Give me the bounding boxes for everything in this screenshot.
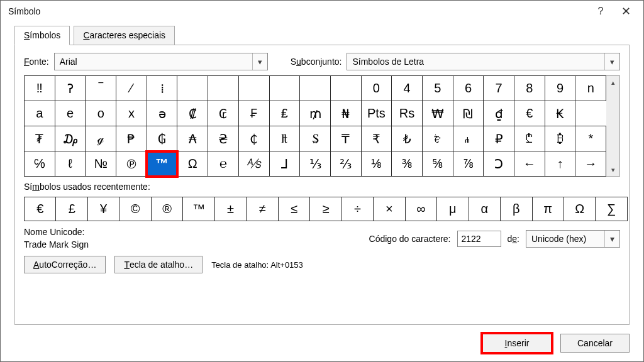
symbol-cell[interactable]: ₽ xyxy=(484,126,514,151)
insert-button[interactable]: Inserir xyxy=(482,334,552,353)
recent-symbol-cell[interactable]: β xyxy=(501,197,532,221)
symbol-cell[interactable]: Ω xyxy=(177,151,208,177)
symbol-cell[interactable]: ₿ xyxy=(545,126,575,151)
symbol-cell[interactable]: ₫ xyxy=(484,101,514,126)
font-select[interactable]: Arial ▾ xyxy=(54,53,268,70)
recent-symbol-cell[interactable]: ≠ xyxy=(247,197,278,221)
tab-special-chars[interactable]: Caracteres especiais xyxy=(74,26,175,45)
symbol-cell[interactable] xyxy=(300,76,331,101)
symbol-cell[interactable]: ⅔ xyxy=(330,151,361,177)
symbol-cell[interactable]: ← xyxy=(514,151,545,177)
symbol-cell[interactable]: ⅞ xyxy=(453,151,484,177)
grid-scrollbar[interactable]: ▴ ▾ xyxy=(606,75,620,177)
scroll-up-icon[interactable]: ▴ xyxy=(606,76,619,89)
symbol-cell[interactable]: a xyxy=(25,101,55,126)
help-button[interactable]: ? xyxy=(588,3,613,20)
symbol-cell[interactable]: ₼ xyxy=(453,126,484,151)
symbol-cell[interactable]: ₣ xyxy=(238,101,269,126)
symbol-cell[interactable]: 4 xyxy=(392,76,423,101)
symbol-cell[interactable]: ⅍ xyxy=(238,151,269,177)
subset-select[interactable]: Símbolos de Letra ▾ xyxy=(347,53,620,70)
symbol-cell[interactable]: ₺ xyxy=(392,126,423,151)
recent-symbol-cell[interactable]: ± xyxy=(214,197,246,221)
symbol-cell[interactable] xyxy=(269,76,300,101)
symbol-cell[interactable]: ₤ xyxy=(269,101,300,126)
symbol-cell[interactable]: ₦ xyxy=(330,101,361,126)
recent-symbol-cell[interactable]: ≤ xyxy=(278,197,309,221)
symbol-cell[interactable]: ₻ xyxy=(422,126,453,151)
recent-symbol-cell[interactable]: π xyxy=(532,197,564,221)
symbol-cell[interactable]: n xyxy=(575,76,606,101)
symbol-cell[interactable]: ₾ xyxy=(514,126,545,151)
symbol-cell[interactable]: ₡ xyxy=(177,101,208,126)
symbol-cell[interactable]: o xyxy=(86,101,116,126)
symbol-cell[interactable]: ⅝ xyxy=(422,151,453,177)
recent-symbol-cell[interactable]: £ xyxy=(56,197,87,221)
symbol-cell[interactable]: ™ xyxy=(147,151,177,177)
symbol-cell[interactable]: Rs xyxy=(392,101,423,126)
close-button[interactable]: ✕ xyxy=(613,3,638,20)
recent-symbol-cell[interactable]: ¥ xyxy=(87,197,119,221)
symbol-cell[interactable]: → xyxy=(575,151,606,177)
symbol-cell[interactable]: Pts xyxy=(361,101,392,126)
symbol-cell[interactable]: ₢ xyxy=(208,101,239,126)
symbol-cell[interactable] xyxy=(238,76,269,101)
symbol-cell[interactable]: ₴ xyxy=(208,126,239,151)
symbol-cell[interactable]: 6 xyxy=(453,76,484,101)
tab-symbols[interactable]: Símbolos xyxy=(14,26,70,45)
from-select[interactable]: Unicode (hex) ▾ xyxy=(526,230,620,248)
symbol-cell[interactable]: € xyxy=(514,101,545,126)
symbol-cell[interactable] xyxy=(330,76,361,101)
symbol-cell[interactable]: ⅓ xyxy=(300,151,331,177)
recent-symbol-cell[interactable]: ≥ xyxy=(310,197,341,221)
symbol-cell[interactable]: ₳ xyxy=(177,126,208,151)
symbol-cell[interactable]: 7 xyxy=(484,76,514,101)
symbol-cell[interactable]: ⅃ xyxy=(269,151,300,177)
char-code-input[interactable]: 2122 xyxy=(457,231,501,247)
symbol-cell[interactable]: ₱ xyxy=(116,126,147,151)
symbol-cell[interactable]: ℮ xyxy=(208,151,239,177)
symbol-cell[interactable]: ₲ xyxy=(147,126,177,151)
symbol-cell[interactable]: ℓ xyxy=(55,151,86,177)
symbol-cell[interactable]: ‼ xyxy=(25,76,55,101)
recent-symbol-cell[interactable]: ® xyxy=(151,197,182,221)
symbol-cell[interactable]: ₪ xyxy=(453,101,484,126)
symbol-cell[interactable]: ⅛ xyxy=(361,151,392,177)
symbol-cell[interactable]: № xyxy=(86,151,116,177)
symbol-cell[interactable]: ə xyxy=(147,101,177,126)
recent-symbol-cell[interactable]: Ω xyxy=(564,197,595,221)
recent-symbols[interactable]: €£¥©®™±≠≤≥÷×∞μαβπΩ∑ xyxy=(24,197,628,221)
symbol-cell[interactable]: ⁄ xyxy=(116,76,147,101)
recent-symbol-cell[interactable]: € xyxy=(25,197,56,221)
symbol-cell[interactable]: ₥ xyxy=(300,101,331,126)
symbol-cell[interactable] xyxy=(177,76,208,101)
recent-symbol-cell[interactable]: μ xyxy=(437,197,469,221)
recent-symbol-cell[interactable]: ∑ xyxy=(596,197,628,221)
scroll-down-icon[interactable]: ▾ xyxy=(606,163,619,176)
autocorrect-button[interactable]: AutoCorreção… xyxy=(24,256,106,273)
symbol-cell[interactable]: 9 xyxy=(545,76,575,101)
symbol-cell[interactable]: ʔ xyxy=(55,76,86,101)
recent-symbol-cell[interactable]: ∞ xyxy=(405,197,436,221)
symbol-cell[interactable]: Ↄ xyxy=(484,151,514,177)
symbol-cell[interactable]: ‾ xyxy=(86,76,116,101)
symbol-cell[interactable]: ₵ xyxy=(238,126,269,151)
symbol-cell[interactable]: 8 xyxy=(514,76,545,101)
symbol-grid[interactable]: ‼ʔ‾⁄⁞0456789naeoxə₡₢₣₤₥₦PtsRs₩₪₫€₭₮₯ℊ₱₲₳… xyxy=(24,75,606,177)
symbol-cell[interactable]: ₷ xyxy=(300,126,331,151)
symbol-cell[interactable]: ₸ xyxy=(330,126,361,151)
recent-symbol-cell[interactable]: × xyxy=(374,197,405,221)
symbol-cell[interactable]: ℅ xyxy=(25,151,55,177)
symbol-cell[interactable]: ⅜ xyxy=(392,151,423,177)
recent-symbol-cell[interactable]: α xyxy=(469,197,500,221)
symbol-cell[interactable]: 0 xyxy=(361,76,392,101)
symbol-cell[interactable]: ₮ xyxy=(25,126,55,151)
symbol-cell[interactable]: ℗ xyxy=(116,151,147,177)
recent-symbol-cell[interactable]: ™ xyxy=(183,197,214,221)
recent-symbol-cell[interactable]: © xyxy=(119,197,151,221)
symbol-cell[interactable]: x xyxy=(116,101,147,126)
symbol-cell[interactable]: 5 xyxy=(422,76,453,101)
symbol-cell[interactable]: * xyxy=(575,126,606,151)
symbol-cell[interactable]: ↑ xyxy=(545,151,575,177)
symbol-cell[interactable] xyxy=(208,76,239,101)
